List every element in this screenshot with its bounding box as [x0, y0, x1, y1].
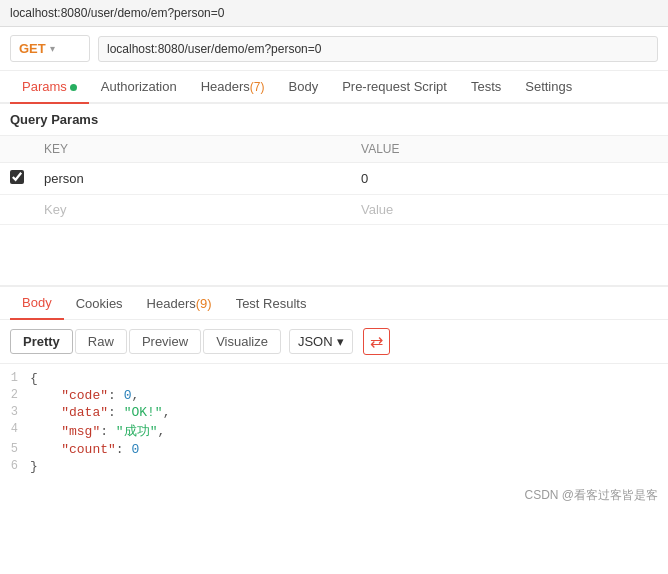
line-num-1: 1	[0, 371, 30, 386]
json-content-6: }	[30, 459, 668, 474]
preview-button[interactable]: Preview	[129, 329, 201, 354]
tab-authorization[interactable]: Authorization	[89, 71, 189, 102]
th-value: VALUE	[351, 136, 668, 163]
json-content-1: {	[30, 371, 668, 386]
json-value-data: "OK!"	[124, 405, 163, 420]
tab-settings[interactable]: Settings	[513, 71, 584, 102]
response-section: Body Cookies Headers(9) Test Results Pre…	[0, 285, 668, 481]
query-params-title: Query Params	[0, 104, 668, 136]
query-params-table: KEY VALUE person 0 Key Value	[0, 136, 668, 225]
json-line-6: 6 }	[0, 458, 668, 475]
empty-key-cell[interactable]: Key	[34, 195, 351, 225]
type-chevron: ▾	[337, 334, 344, 349]
empty-checkbox-cell	[0, 195, 34, 225]
pretty-button[interactable]: Pretty	[10, 329, 73, 354]
json-content-2: "code": 0,	[30, 388, 668, 403]
table-empty-row: Key Value	[0, 195, 668, 225]
method-select[interactable]: GET ▾	[10, 35, 90, 62]
section-spacer	[0, 225, 668, 285]
json-line-5: 5 "count": 0	[0, 441, 668, 458]
json-content-3: "data": "OK!",	[30, 405, 668, 420]
method-label: GET	[19, 41, 46, 56]
th-checkbox	[0, 136, 34, 163]
json-body: 1 { 2 "code": 0, 3 "data": "OK!", 4 "msg…	[0, 364, 668, 481]
json-content-4: "msg": "成功",	[30, 422, 668, 440]
line-num-3: 3	[0, 405, 30, 420]
empty-value-cell[interactable]: Value	[351, 195, 668, 225]
param-key-cell: person	[34, 163, 351, 195]
watermark: CSDN @看客过客皆是客	[0, 481, 668, 510]
json-key-data: "data"	[61, 405, 108, 420]
top-url-bar: localhost:8080/user/demo/em?person=0	[0, 0, 668, 27]
json-line-2: 2 "code": 0,	[0, 387, 668, 404]
json-key-msg: "msg"	[61, 424, 100, 439]
params-dot	[70, 84, 77, 91]
row-checkbox[interactable]	[10, 170, 24, 184]
json-content-5: "count": 0	[30, 442, 668, 457]
json-key-code: "code"	[61, 388, 108, 403]
json-key-count: "count"	[61, 442, 116, 457]
tab-headers[interactable]: Headers(7)	[189, 71, 277, 102]
type-select[interactable]: JSON ▾	[289, 329, 353, 354]
request-tabs-bar: Params Authorization Headers(7) Body Pre…	[0, 71, 668, 104]
json-line-3: 3 "data": "OK!",	[0, 404, 668, 421]
top-url-text: localhost:8080/user/demo/em?person=0	[10, 6, 224, 20]
json-line-1: 1 {	[0, 370, 668, 387]
response-tab-headers[interactable]: Headers(9)	[135, 288, 224, 319]
json-value-count: 0	[131, 442, 139, 457]
visualize-button[interactable]: Visualize	[203, 329, 281, 354]
json-value-msg: "成功"	[116, 424, 158, 439]
response-tab-body[interactable]: Body	[10, 287, 64, 320]
line-num-2: 2	[0, 388, 30, 403]
chevron-down-icon: ▾	[50, 43, 55, 54]
response-tab-test-results[interactable]: Test Results	[224, 288, 319, 319]
type-label: JSON	[298, 334, 333, 349]
response-tab-cookies[interactable]: Cookies	[64, 288, 135, 319]
tab-params[interactable]: Params	[10, 71, 89, 104]
tab-body[interactable]: Body	[277, 71, 331, 102]
line-num-6: 6	[0, 459, 30, 474]
tab-tests[interactable]: Tests	[459, 71, 513, 102]
th-key: KEY	[34, 136, 351, 163]
checkbox-cell[interactable]	[0, 163, 34, 195]
line-num-4: 4	[0, 422, 30, 440]
tab-pre-request-script[interactable]: Pre-request Script	[330, 71, 459, 102]
request-line: GET ▾	[0, 27, 668, 71]
param-value-cell: 0	[351, 163, 668, 195]
line-num-5: 5	[0, 442, 30, 457]
url-input[interactable]	[98, 36, 658, 62]
table-row: person 0	[0, 163, 668, 195]
response-tabs-bar: Body Cookies Headers(9) Test Results	[0, 287, 668, 320]
json-line-4: 4 "msg": "成功",	[0, 421, 668, 441]
raw-button[interactable]: Raw	[75, 329, 127, 354]
format-bar: Pretty Raw Preview Visualize JSON ▾ ⇄	[0, 320, 668, 364]
wrap-icon[interactable]: ⇄	[363, 328, 390, 355]
